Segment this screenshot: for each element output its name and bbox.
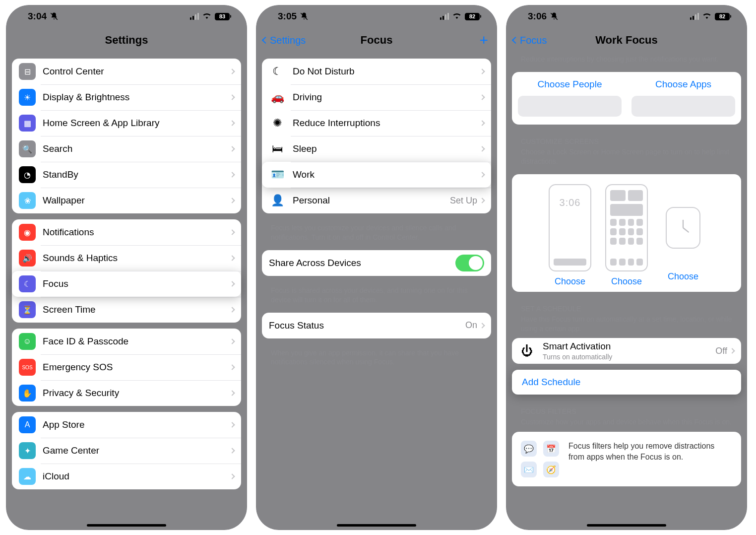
watch-thumb[interactable]: Choose [662,184,704,287]
wifi-icon [202,12,212,21]
focus-status-row[interactable]: Focus Status On [262,313,491,338]
settings-label: App Store [43,419,230,430]
chevron-right-icon [229,172,235,177]
status-bar: 3:06 82 [506,5,747,28]
cellular-icon [440,13,449,20]
standby-icon: ◔ [19,166,36,183]
panel-settings: 3:04 83 Settings ⊟ Control Center ☀ Disp… [6,5,247,530]
choose-people-button[interactable]: Choose People [518,79,622,90]
home-indicator[interactable] [587,524,666,527]
chevron-left-icon [262,37,269,44]
customize-screens-header: CUSTOMIZE SCREENS [512,131,741,147]
share-footer: Focus is shared across your devices, and… [262,282,491,307]
settings-row-search[interactable]: 🔍 Search [12,136,241,162]
focus-label: Work [293,169,480,180]
back-button[interactable]: Focus [513,35,547,46]
chevron-right-icon [229,422,235,427]
chevron-right-icon [229,390,235,396]
focus-content[interactable]: ☾ Do Not Disturb 🚗 Driving ✺ Reduce Inte… [256,53,497,530]
settings-row-wallpaper[interactable]: ❀ Wallpaper [12,188,241,213]
apps-placeholder[interactable] [631,96,735,117]
settings-row-privacy[interactable]: ✋ Privacy & Security [12,380,241,406]
settings-label: Control Center [43,66,230,77]
settings-label: Notifications [43,227,230,238]
back-button[interactable]: Settings [263,35,306,46]
safari-icon: 🧭 [543,462,559,477]
choose-apps-button[interactable]: Choose Apps [631,79,735,90]
choose-lock-label: Choose [549,276,591,287]
chevron-right-icon [229,281,235,286]
dnd-icon: ☾ [269,63,286,80]
filters-card[interactable]: 💬 📅 ✉️ 🧭 Focus filters help you remove d… [512,432,741,486]
settings-group: ⊟ Control Center ☀ Display & Brightness … [12,59,241,213]
focus-row-work[interactable]: 🪪 Work [262,162,491,188]
share-group: Share Across Devices [262,250,491,276]
focus-label: Do Not Disturb [293,66,480,77]
settings-row-notifications[interactable]: ◉ Notifications [12,219,241,245]
share-across-devices-row[interactable]: Share Across Devices [262,250,491,276]
home-indicator[interactable] [87,524,166,527]
settings-row-control-center[interactable]: ⊟ Control Center [12,59,241,84]
schedule-header: SET A SCHEDULE [512,298,741,315]
settings-label: Display & Brightness [43,92,230,103]
settings-row-screen-time[interactable]: ⏳ Screen Time [12,297,241,323]
focus-row-personal[interactable]: 👤 Personal Set Up [262,188,491,213]
focus-row-dnd[interactable]: ☾ Do Not Disturb [262,59,491,84]
settings-group: ☺ Face ID & Passcode SOS Emergency SOS ✋… [12,329,241,406]
focus-row-driving[interactable]: 🚗 Driving [262,84,491,110]
chevron-right-icon [479,94,485,100]
focus-status-value: On [465,320,477,331]
settings-row-standby[interactable]: ◔ StandBy [12,162,241,188]
screens-group: 3:06 Choose Choose Choose [512,174,741,292]
settings-row-focus[interactable]: ☾ Focus [12,271,241,297]
navbar: Settings Focus + [256,28,497,53]
schedule-sub: Have this Focus turn on automatically at… [512,315,741,335]
reduce-icon: ✺ [269,115,286,132]
settings-label: StandBy [43,169,230,180]
sounds-icon: 🔊 [19,250,36,267]
settings-label: Emergency SOS [43,362,230,373]
sleep-icon: 🛏 [269,140,286,157]
chevron-right-icon [479,146,485,151]
settings-row-appstore[interactable]: A App Store [12,412,241,438]
settings-row-icloud[interactable]: ☁ iCloud [12,464,241,489]
focus-status-label: Focus Status [269,320,465,331]
wallpaper-icon: ❀ [19,192,36,209]
home-indicator[interactable] [337,524,416,527]
calendar-icon: 📅 [543,441,559,457]
settings-list[interactable]: ⊟ Control Center ☀ Display & Brightness … [6,53,247,530]
lock-screen-thumb[interactable]: 3:06 Choose [549,184,591,287]
add-schedule-button[interactable]: Add Schedule [512,370,741,395]
focus-row-reduce[interactable]: ✺ Reduce Interruptions [262,110,491,136]
people-placeholder[interactable] [518,96,622,117]
choose-home-label: Choose [605,276,648,287]
search-icon: 🔍 [19,140,36,157]
home-screen-thumb[interactable]: Choose [605,184,648,287]
clock: 3:05 [278,11,297,22]
settings-row-faceid[interactable]: ☺ Face ID & Passcode [12,329,241,354]
settings-row-sos[interactable]: SOS Emergency SOS [12,354,241,380]
chevron-right-icon [229,68,235,74]
chevron-right-icon [229,307,235,312]
share-label: Share Across Devices [269,258,455,268]
wifi-icon [452,12,462,21]
settings-label: Privacy & Security [43,388,230,399]
work-focus-content[interactable]: Reduce interruptions by choosing just th… [506,53,747,530]
page-title: Work Focus [595,34,658,47]
focus-row-sleep[interactable]: 🛏 Sleep [262,136,491,162]
settings-group: ◉ Notifications 🔊 Sounds & Haptics ☾ Foc… [12,219,241,323]
focus-icon: ☾ [19,275,36,292]
navbar: Settings [6,28,247,53]
back-label: Settings [270,35,306,46]
settings-row-display[interactable]: ☀ Display & Brightness [12,84,241,110]
settings-row-home-screen[interactable]: ▦ Home Screen & App Library [12,110,241,136]
settings-row-sounds[interactable]: 🔊 Sounds & Haptics [12,245,241,271]
filters-icons: 💬 📅 ✉️ 🧭 [521,441,561,477]
settings-group: A App Store ✦ Game Center ☁ iCloud [12,412,241,489]
share-toggle[interactable] [455,255,484,271]
add-focus-button[interactable]: + [479,32,488,49]
icloud-icon: ☁ [19,468,36,485]
settings-label: Screen Time [43,304,230,315]
settings-row-gamecenter[interactable]: ✦ Game Center [12,438,241,464]
smart-activation-row[interactable]: ⏻ Smart Activation Turns on automaticall… [512,338,741,364]
